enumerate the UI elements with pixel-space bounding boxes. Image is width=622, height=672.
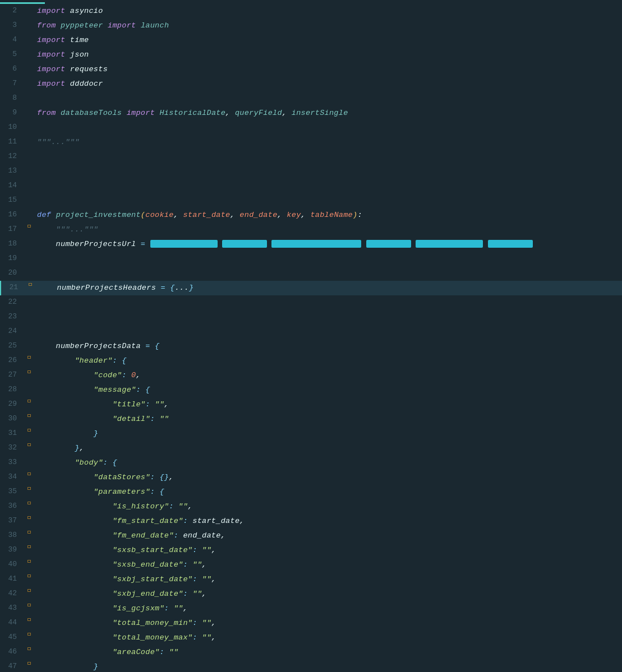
code-line: 34◻ "dataStores": {}, (0, 470, 622, 485)
token (37, 604, 112, 613)
fold-icon: ◻ (27, 572, 31, 579)
op-token: : (192, 633, 197, 642)
token: , (202, 590, 206, 598)
line-gutter: ◻ (24, 427, 35, 433)
token-plain: , (282, 109, 292, 117)
token (165, 284, 170, 292)
line-number: 45 (0, 631, 24, 643)
token-func-name: launch (141, 21, 169, 30)
token-kw-from: from (37, 21, 56, 30)
op-token: : (192, 575, 197, 583)
token (164, 648, 169, 656)
line-number: 23 (0, 310, 24, 323)
token: , (136, 371, 140, 379)
line-content (35, 266, 622, 281)
token (37, 444, 75, 452)
token-kw-def: def (37, 211, 51, 219)
code-line: 40◻ "sxsb_end_date": "", (0, 558, 622, 572)
token-plain (103, 21, 108, 30)
token-kw-import: import (37, 36, 65, 44)
token (141, 386, 145, 394)
token (37, 386, 94, 394)
line-gutter: ◻ (24, 645, 35, 652)
token-module-name: databaseTools (61, 109, 122, 117)
str-token: "is_history" (112, 502, 169, 511)
token-kw-import: import (37, 7, 65, 15)
fold-icon: ◻ (27, 441, 31, 448)
line-number: 20 (0, 266, 24, 279)
code-line: 22 (0, 295, 622, 310)
line-gutter: ◻ (24, 543, 35, 550)
token-kw-import: import (37, 65, 65, 73)
var-token: end_date (183, 531, 220, 540)
line-number: 32 (0, 441, 24, 454)
token: , (188, 502, 192, 511)
fold-icon: ◻ (27, 543, 31, 550)
line-content: from pyppeteer import launch (35, 18, 622, 33)
fold-icon: ◻ (27, 368, 31, 375)
fold-icon: ◻ (27, 470, 31, 477)
code-line: 28 "message": { (0, 383, 622, 397)
line-content: "code": 0, (35, 368, 622, 383)
op-token: = (145, 342, 150, 350)
token: , (211, 575, 216, 583)
fold-icon: ◻ (27, 223, 31, 229)
str-token: "header" (75, 356, 112, 365)
line-number: 9 (0, 106, 24, 119)
str-token: "" (159, 415, 169, 423)
code-line: 29◻ "title": "", (0, 397, 622, 412)
token: , (183, 604, 187, 613)
token: , (211, 546, 216, 554)
line-content (35, 150, 622, 164)
fold-icon: ◻ (27, 587, 31, 594)
line-number: 35 (0, 485, 24, 498)
token-module-name: pyppeteer (61, 21, 103, 30)
line-content: "sxsb_end_date": "", (35, 558, 622, 572)
line-content: """...""" (35, 135, 622, 150)
fold-icon: ◻ (29, 281, 32, 288)
line-content (35, 121, 622, 135)
token (188, 560, 192, 569)
token-plain: json (65, 50, 89, 59)
str-token: "fm_end_date" (112, 531, 173, 540)
line-content: "is_history": "", (35, 499, 622, 514)
op-token: : (164, 604, 169, 613)
token-kw-import: import (108, 21, 136, 30)
line-number: 24 (0, 325, 24, 337)
token: , (202, 560, 206, 569)
code-line: 26◻ "header": { (0, 354, 622, 368)
line-number: 38 (0, 529, 24, 541)
code-line: 21◻ numberProjectsHeaders = {...} (0, 281, 622, 295)
op-token: : (183, 517, 187, 525)
line-content: "is_gcjsxm": "", (35, 601, 622, 616)
token-plain (51, 211, 56, 219)
code-line: 14 (0, 179, 622, 193)
var-token (37, 240, 56, 248)
fold-icon: ◻ (27, 354, 31, 360)
token-plain: requests (65, 65, 108, 73)
token-paren: ( (141, 211, 145, 219)
line-number: 39 (0, 543, 24, 556)
op-token: : (192, 619, 197, 627)
fold-icon: ◻ (27, 412, 31, 419)
token (145, 240, 150, 248)
code-line: 45◻ "total_money_max": "", (0, 631, 622, 645)
str-token: "" (174, 604, 183, 613)
code-line: 33 "body": { (0, 456, 622, 470)
token-plain: , (231, 211, 240, 219)
redacted-block (222, 240, 267, 248)
str-token: "fm_start_date" (112, 517, 183, 525)
token (267, 240, 271, 248)
line-number: 43 (0, 601, 24, 614)
op-token: : (145, 400, 150, 409)
fold-icon: ◻ (27, 485, 31, 492)
code-line: 7import ddddocr (0, 77, 622, 91)
line-content: "fm_start_date": start_date, (35, 514, 622, 529)
line-content: "sxsb_start_date": "", (35, 543, 622, 558)
line-number: 33 (0, 456, 24, 469)
str-token: "body" (75, 458, 103, 467)
code-line: 38◻ "fm_end_date": end_date, (0, 529, 622, 543)
line-number: 15 (0, 193, 24, 206)
token (197, 619, 202, 627)
str-token: "" (202, 546, 211, 554)
